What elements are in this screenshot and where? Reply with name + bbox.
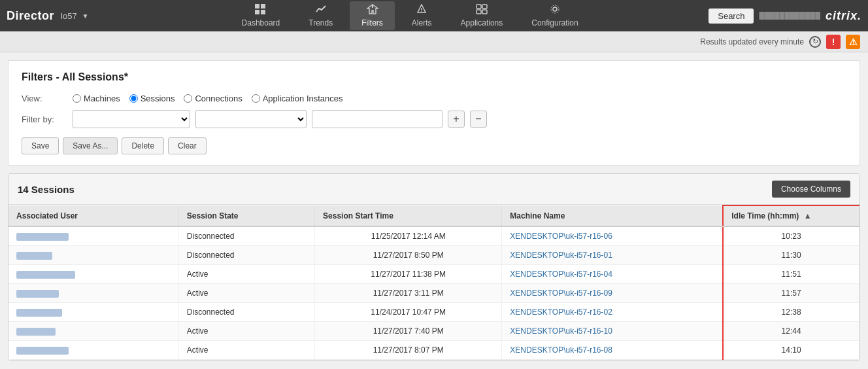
- th-user[interactable]: Associated User: [8, 205, 178, 226]
- machine-link[interactable]: XENDESKTOP\uk-i57-r16-02: [510, 308, 612, 317]
- sessions-container: 14 Sessions Choose Columns Associated Us…: [8, 173, 860, 360]
- save-as-button[interactable]: Save As...: [63, 137, 118, 154]
- table-wrapper: Associated User Session State Session St…: [8, 205, 860, 360]
- td-idle: 11:57: [723, 284, 859, 303]
- dashboard-icon: [255, 4, 267, 17]
- alerts-icon: [416, 4, 427, 17]
- add-filter-button[interactable]: +: [448, 111, 465, 128]
- site-dropdown-arrow[interactable]: ▼: [82, 12, 89, 20]
- nav-item-dashboard[interactable]: Dashboard: [230, 1, 292, 30]
- td-state: Disconnected: [178, 246, 314, 265]
- radio-connections-input[interactable]: [184, 94, 192, 103]
- radio-sessions[interactable]: Sessions: [129, 94, 175, 103]
- td-user: [8, 322, 178, 341]
- svg-rect-11: [482, 10, 487, 14]
- svg-point-12: [553, 7, 557, 11]
- nav-items: Dashboard Trends Filters Alerts: [111, 1, 709, 30]
- user-blur: [16, 271, 75, 279]
- site-name: lo57: [61, 11, 77, 21]
- machine-link[interactable]: XENDESKTOP\uk-i57-r16-01: [510, 251, 612, 260]
- td-user: [8, 265, 178, 284]
- radio-app-instances-input[interactable]: [252, 94, 260, 103]
- nav-item-filters[interactable]: Filters: [350, 1, 395, 30]
- search-button[interactable]: Search: [709, 9, 754, 24]
- td-user: [8, 341, 178, 360]
- view-label: View:: [22, 94, 67, 103]
- filter-by-label: Filter by:: [22, 114, 67, 124]
- status-text: Results updated every minute: [700, 37, 804, 46]
- table-row: Disconnected 11/25/2017 12:14 AM XENDESK…: [8, 226, 860, 246]
- radio-connections-label: Connections: [195, 94, 242, 103]
- td-idle: 11:30: [723, 246, 859, 265]
- choose-columns-button[interactable]: Choose Columns: [772, 181, 850, 198]
- svg-rect-2: [255, 10, 259, 14]
- td-user: [8, 226, 178, 246]
- svg-rect-9: [482, 5, 487, 9]
- machine-link[interactable]: XENDESKTOP\uk-i57-r16-08: [510, 345, 612, 355]
- user-display: ████████████: [759, 12, 820, 20]
- nav-item-configuration[interactable]: Configuration: [520, 1, 590, 30]
- radio-sessions-input[interactable]: [129, 94, 138, 103]
- radio-machines-input[interactable]: [73, 94, 81, 103]
- nav-label-alerts: Alerts: [412, 18, 432, 27]
- radio-machines-label: Machines: [84, 94, 120, 103]
- td-machine: XENDESKTOP\uk-i57-r16-10: [502, 322, 723, 341]
- td-user: [8, 284, 178, 303]
- td-state: Active: [178, 265, 314, 284]
- user-blur: [16, 328, 56, 336]
- nav-item-trends[interactable]: Trends: [297, 1, 344, 30]
- nav-label-configuration: Configuration: [531, 18, 578, 27]
- machine-link[interactable]: XENDESKTOP\uk-i57-r16-09: [510, 289, 612, 298]
- alert-orange-icon[interactable]: ⚠: [846, 35, 860, 49]
- td-user: [8, 303, 178, 322]
- svg-rect-10: [476, 10, 481, 14]
- td-machine: XENDESKTOP\uk-i57-r16-01: [502, 246, 723, 265]
- applications-icon: [476, 4, 488, 17]
- user-blur: [16, 233, 69, 241]
- nav-label-filters: Filters: [361, 18, 383, 27]
- table-row: Active 11/27/2017 11:38 PM XENDESKTOP\uk…: [8, 265, 860, 284]
- machine-link[interactable]: XENDESKTOP\uk-i57-r16-04: [510, 270, 612, 279]
- main-content: Filters - All Sessions* View: Machines S…: [8, 60, 860, 166]
- filter-field-select[interactable]: [73, 110, 190, 128]
- td-start: 11/25/2017 12:14 AM: [315, 226, 502, 246]
- table-header-row: Associated User Session State Session St…: [8, 205, 860, 226]
- machine-link[interactable]: XENDESKTOP\uk-i57-r16-10: [510, 326, 612, 336]
- th-state[interactable]: Session State: [178, 205, 314, 226]
- radio-machines[interactable]: Machines: [73, 94, 120, 103]
- nav-right-section: Search ████████████ citrix.: [709, 9, 861, 24]
- filter-operator-select[interactable]: [195, 110, 307, 128]
- delete-button[interactable]: Delete: [122, 137, 164, 154]
- th-start[interactable]: Session Start Time: [315, 205, 502, 226]
- sessions-table: Associated User Session State Session St…: [8, 205, 860, 360]
- clear-button[interactable]: Clear: [168, 137, 207, 154]
- td-start: 11/27/2017 7:40 PM: [315, 322, 502, 341]
- view-radio-group: Machines Sessions Connections Applicatio…: [73, 94, 343, 103]
- filters-icon: [367, 4, 378, 17]
- action-buttons: Save Save As... Delete Clear: [22, 137, 846, 154]
- alert-red-icon[interactable]: !: [826, 35, 841, 49]
- th-idle-label: Idle Time (hh:mm): [731, 211, 799, 220]
- machine-link[interactable]: XENDESKTOP\uk-i57-r16-06: [510, 232, 612, 241]
- save-button[interactable]: Save: [22, 137, 59, 154]
- filter-value-input[interactable]: [312, 110, 442, 128]
- td-state: Active: [178, 341, 314, 360]
- th-idle[interactable]: Idle Time (hh:mm) ▲: [723, 205, 859, 226]
- remove-filter-button[interactable]: −: [470, 111, 487, 128]
- td-start: 11/27/2017 11:38 PM: [315, 265, 502, 284]
- th-machine[interactable]: Machine Name: [502, 205, 723, 226]
- td-state: Active: [178, 322, 314, 341]
- td-machine: XENDESKTOP\uk-i57-r16-04: [502, 265, 723, 284]
- svg-rect-1: [261, 4, 265, 9]
- radio-connections[interactable]: Connections: [184, 94, 242, 103]
- td-start: 11/27/2017 8:50 PM: [315, 246, 502, 265]
- page-title: Filters - All Sessions*: [22, 71, 846, 83]
- svg-point-13: [551, 5, 559, 13]
- refresh-icon[interactable]: ↻: [809, 36, 821, 48]
- td-state: Disconnected: [178, 226, 314, 246]
- radio-sessions-label: Sessions: [141, 94, 175, 103]
- nav-item-applications[interactable]: Applications: [449, 1, 515, 30]
- configuration-icon: [549, 4, 561, 17]
- radio-app-instances[interactable]: Application Instances: [252, 94, 343, 103]
- nav-item-alerts[interactable]: Alerts: [400, 1, 444, 30]
